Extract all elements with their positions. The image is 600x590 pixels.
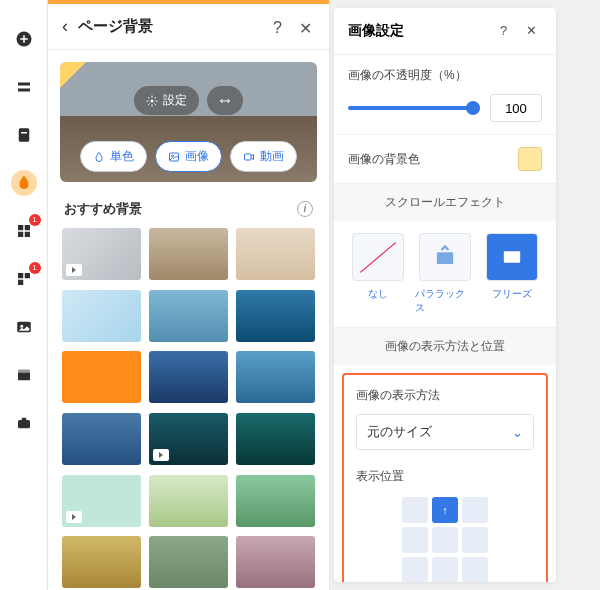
svg-rect-7: [18, 225, 23, 230]
tab-solid[interactable]: 単色: [80, 141, 147, 172]
chevron-down-icon: ⌄: [512, 425, 523, 440]
opacity-section: 画像の不透明度（%）: [334, 55, 556, 135]
background-preview: 設定 単色 画像 動画: [60, 62, 317, 182]
badge: 1: [29, 262, 41, 274]
opacity-input[interactable]: [490, 94, 542, 122]
fx-parallax[interactable]: パララックス: [415, 233, 474, 315]
thumb[interactable]: [236, 351, 315, 403]
thumb[interactable]: [62, 475, 141, 527]
help-icon[interactable]: ?: [273, 19, 289, 35]
settings-title: 画像設定: [348, 22, 500, 40]
settings-button[interactable]: 設定: [134, 86, 199, 115]
svg-rect-5: [18, 128, 29, 142]
svg-rect-2: [20, 38, 28, 40]
display-settings-highlight: 画像の表示方法 元のサイズ ⌄ 表示位置: [342, 373, 548, 582]
svg-rect-26: [508, 255, 517, 257]
select-value: 元のサイズ: [367, 423, 432, 441]
svg-point-22: [172, 155, 174, 157]
swap-button[interactable]: [207, 86, 243, 115]
video-badge-icon: [66, 511, 82, 523]
thumb[interactable]: [236, 536, 315, 588]
pos-tr[interactable]: [462, 497, 488, 523]
svg-rect-13: [18, 280, 23, 285]
display-method-select[interactable]: 元のサイズ ⌄: [356, 414, 534, 450]
business-icon[interactable]: [11, 410, 37, 436]
bgcolor-label: 画像の背景色: [348, 151, 420, 168]
info-icon[interactable]: i: [297, 201, 313, 217]
svg-rect-10: [24, 232, 29, 237]
thumb[interactable]: [149, 413, 228, 465]
thumb[interactable]: [149, 475, 228, 527]
image-settings-panel: 画像設定 ? ✕ 画像の不透明度（%） 画像の背景色 スクロールエフェクト なし…: [334, 8, 556, 582]
svg-rect-8: [24, 225, 29, 230]
svg-rect-3: [18, 83, 30, 86]
close-icon[interactable]: ✕: [526, 23, 542, 39]
panel-header: ‹ ページ背景 ? ✕: [48, 4, 329, 50]
opacity-slider[interactable]: [348, 106, 480, 110]
pos-bc[interactable]: [432, 557, 458, 582]
thumb[interactable]: [149, 351, 228, 403]
thumb[interactable]: [62, 290, 141, 342]
pos-tc[interactable]: [432, 497, 458, 523]
svg-rect-4: [18, 89, 30, 92]
pos-tl[interactable]: [402, 497, 428, 523]
svg-rect-11: [18, 273, 23, 278]
thumb[interactable]: [236, 228, 315, 280]
pos-mc[interactable]: [432, 527, 458, 553]
add-icon[interactable]: [11, 26, 37, 52]
pos-mr[interactable]: [462, 527, 488, 553]
color-swatch[interactable]: [518, 147, 542, 171]
svg-rect-27: [508, 258, 514, 260]
thumb[interactable]: [62, 413, 141, 465]
slider-knob[interactable]: [466, 101, 480, 115]
svg-rect-23: [245, 154, 252, 160]
pos-br[interactable]: [462, 557, 488, 582]
svg-rect-9: [18, 232, 23, 237]
plugins-icon[interactable]: 1: [11, 266, 37, 292]
scroll-fx-header: スクロールエフェクト: [334, 184, 556, 221]
panel-title: ページ背景: [78, 17, 263, 36]
pos-bl[interactable]: [402, 557, 428, 582]
svg-point-15: [20, 325, 23, 328]
help-icon[interactable]: ?: [500, 23, 516, 39]
pos-ml[interactable]: [402, 527, 428, 553]
scroll-fx-options: なし パララックス フリーズ: [334, 221, 556, 328]
fx-freeze[interactable]: フリーズ: [483, 233, 542, 315]
svg-rect-6: [21, 132, 27, 134]
close-icon[interactable]: ✕: [299, 19, 315, 35]
video-badge-icon: [153, 449, 169, 461]
data-icon[interactable]: [11, 362, 37, 388]
design-icon[interactable]: [11, 170, 37, 196]
svg-rect-24: [437, 252, 453, 264]
svg-rect-17: [18, 370, 30, 373]
sections-icon[interactable]: [11, 74, 37, 100]
thumb[interactable]: [236, 413, 315, 465]
svg-rect-12: [24, 273, 29, 278]
fold-corner-icon: [60, 62, 86, 88]
settings-header: 画像設定 ? ✕: [334, 8, 556, 55]
thumb[interactable]: [62, 351, 141, 403]
thumb[interactable]: [236, 475, 315, 527]
thumb[interactable]: [236, 290, 315, 342]
bgcolor-section: 画像の背景色: [334, 135, 556, 184]
thumb[interactable]: [62, 536, 141, 588]
left-toolbar: 1 1: [0, 0, 48, 590]
media-icon[interactable]: [11, 314, 37, 340]
thumb[interactable]: [149, 290, 228, 342]
display-header: 画像の表示方法と位置: [334, 328, 556, 365]
thumb[interactable]: [149, 228, 228, 280]
tab-video[interactable]: 動画: [230, 141, 297, 172]
recommend-header: おすすめ背景 i: [48, 194, 329, 228]
thumb[interactable]: [62, 228, 141, 280]
back-chevron-icon[interactable]: ‹: [62, 16, 68, 37]
svg-rect-19: [21, 418, 26, 421]
apps-icon[interactable]: 1: [11, 218, 37, 244]
thumb[interactable]: [149, 536, 228, 588]
display-method-label: 画像の表示方法: [356, 387, 534, 404]
tab-image[interactable]: 画像: [155, 141, 222, 172]
document-icon[interactable]: [11, 122, 37, 148]
position-grid: [356, 497, 534, 582]
fx-none[interactable]: なし: [348, 233, 407, 315]
video-badge-icon: [66, 264, 82, 276]
recommend-title: おすすめ背景: [64, 200, 142, 218]
